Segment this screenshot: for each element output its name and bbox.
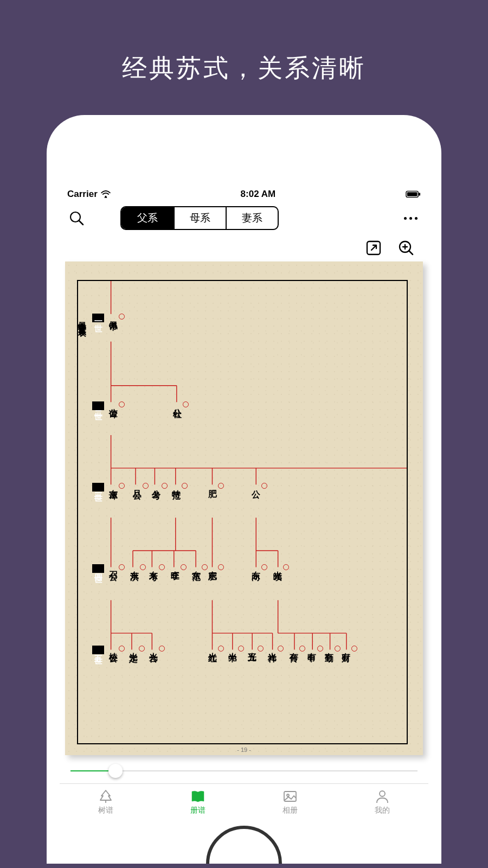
- person-node[interactable]: 东向: [250, 564, 267, 572]
- battery-icon: [406, 190, 421, 198]
- slider-thumb[interactable]: [108, 764, 123, 778]
- tab-book[interactable]: 册谱: [152, 784, 244, 822]
- tab-mine[interactable]: 我的: [336, 784, 428, 822]
- svg-line-8: [409, 251, 413, 254]
- book-icon: [190, 789, 206, 803]
- person-node[interactable]: 公考: [150, 483, 168, 491]
- clock: 8:02 AM: [241, 189, 276, 200]
- person-node[interactable]: 公: [250, 483, 267, 491]
- zoom-in-button[interactable]: [398, 240, 414, 256]
- image-icon: [282, 789, 298, 803]
- segment-mother[interactable]: 母系: [174, 207, 226, 229]
- expand-icon: [365, 240, 382, 256]
- carrier-label: Carrier: [67, 189, 98, 200]
- person-node[interactable]: 东考: [147, 564, 165, 572]
- person-node[interactable]: 特范: [170, 483, 188, 491]
- home-indicator-arc: [206, 826, 282, 864]
- person-node[interactable]: 棱公: [107, 646, 125, 654]
- gen-4-badge: 四世: [92, 564, 104, 573]
- page-slider[interactable]: [70, 763, 418, 779]
- search-button[interactable]: [68, 210, 85, 226]
- fullscreen-button[interactable]: [365, 240, 382, 256]
- person-node[interactable]: 旦公: [131, 483, 149, 491]
- gen-5-badge: 五世: [92, 646, 104, 654]
- search-icon: [68, 210, 85, 226]
- svg-point-0: [105, 196, 106, 197]
- person-node[interactable]: 有财: [340, 646, 357, 654]
- wifi-icon: [101, 190, 111, 198]
- segment-father[interactable]: 父系: [121, 207, 174, 229]
- svg-point-55: [380, 791, 385, 796]
- zoom-in-icon: [398, 240, 414, 256]
- gen-2-badge: 二世: [92, 401, 104, 410]
- person-node[interactable]: 光合: [147, 646, 165, 654]
- person-node[interactable]: 有传: [288, 646, 305, 654]
- person-node[interactable]: 光暵: [272, 564, 289, 572]
- chart-title: 佩帝公支下世系表: [77, 315, 87, 323]
- person-node[interactable]: 光祥: [266, 646, 284, 654]
- svg-rect-2: [407, 192, 418, 196]
- person-node[interactable]: 光定: [127, 646, 145, 654]
- svg-rect-3: [419, 193, 420, 196]
- person-node[interactable]: 佩帝: [107, 314, 125, 322]
- person-node[interactable]: 李旺: [169, 564, 187, 572]
- toolbar: 父系 母系 妻系: [60, 201, 428, 237]
- phone-frame: Carrier 8:02 AM 父系 母系 妻系: [47, 115, 441, 864]
- more-button[interactable]: [402, 215, 420, 222]
- page-frame: 佩帝公支下世系表 一世 二世 三世 四世 五世 佩帝 公谭 公杜 东谭 旦公 公…: [77, 280, 408, 744]
- person-node[interactable]: 公谭: [107, 401, 125, 410]
- more-icon: [404, 217, 407, 220]
- person-node[interactable]: 东范: [190, 564, 208, 572]
- person-node[interactable]: 召公: [107, 564, 125, 572]
- person-node[interactable]: 肥: [207, 483, 224, 491]
- tab-bar: 树谱 册谱 相册 我的: [60, 783, 428, 822]
- person-node[interactable]: 东谭: [107, 483, 125, 491]
- page-headline: 经典苏式，关系清晰: [0, 0, 488, 115]
- person-node[interactable]: 光五: [246, 646, 264, 654]
- genealogy-page[interactable]: 佩帝公支下世系表 一世 二世 三世 四世 五世 佩帝 公谭 公杜 东谭 旦公 公…: [65, 261, 423, 755]
- person-node[interactable]: 有勤: [323, 646, 341, 654]
- person-node[interactable]: 公杜: [171, 401, 189, 410]
- svg-point-54: [287, 794, 289, 796]
- status-bar: Carrier 8:02 AM: [60, 186, 428, 201]
- view-utilities: [60, 237, 428, 261]
- tab-tree[interactable]: 树谱: [60, 784, 152, 822]
- tree-icon: [98, 789, 113, 803]
- page-number: - 19 -: [65, 746, 423, 753]
- person-node[interactable]: 光中: [227, 646, 244, 654]
- tree-connectors: [78, 281, 407, 743]
- person-icon: [375, 789, 390, 803]
- tab-album[interactable]: 相册: [244, 784, 336, 822]
- person-node[interactable]: 光红: [207, 646, 224, 654]
- svg-line-5: [79, 221, 83, 225]
- person-node[interactable]: 东洪: [129, 564, 146, 572]
- person-node[interactable]: 东肥: [207, 564, 224, 572]
- gen-3-badge: 三世: [92, 483, 104, 492]
- gen-1-badge: 一世: [92, 314, 104, 322]
- segment-wife[interactable]: 妻系: [226, 207, 278, 229]
- person-node[interactable]: 有申: [306, 646, 323, 654]
- lineage-segmented-control: 父系 母系 妻系: [120, 206, 279, 230]
